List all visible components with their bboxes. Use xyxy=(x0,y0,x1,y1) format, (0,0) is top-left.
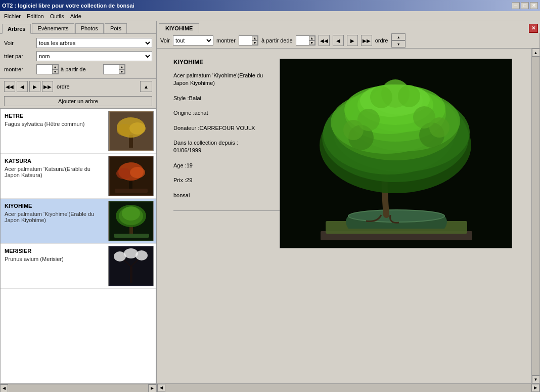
rt-nav-first[interactable]: ◀◀ xyxy=(319,35,330,46)
tree-item-kiyohime[interactable]: KIYOHIME Acer palmatum 'Kiyohime'(Erable… xyxy=(1,199,156,244)
right-scroll-track[interactable] xyxy=(532,57,540,375)
menu-aide[interactable]: Aide xyxy=(67,12,84,20)
detail-type: bonsai xyxy=(173,192,280,199)
left-tabs: Arbres Evènements Photos Pots xyxy=(0,21,156,34)
tab-arbres[interactable]: Arbres xyxy=(2,24,31,34)
left-panel: Arbres Evènements Photos Pots Voir tous … xyxy=(0,21,157,392)
close-button[interactable]: ✕ xyxy=(530,2,538,9)
tree-desc-merisier: Prunus avium (Merisier) xyxy=(5,256,106,262)
detail-info: KIYOHIME Acer palmatum 'Kiyohime'(Erable… xyxy=(173,59,280,215)
rt-nav-next[interactable]: ▶ xyxy=(347,35,358,46)
minimize-button[interactable]: ─ xyxy=(512,2,520,9)
right-scroll-left[interactable]: ◀ xyxy=(157,384,165,392)
montrer-label: montrer xyxy=(4,66,34,72)
montrer-input[interactable]: 25 xyxy=(37,65,52,74)
tab-evenements[interactable]: Evènements xyxy=(32,23,74,33)
title-bar-buttons: ─ □ ✕ xyxy=(512,2,538,9)
app-title: OT2 : logiciel libre pour votre collecti… xyxy=(2,3,134,9)
right-toolbar: Voir tout montrer 7 ▲ ▼ à partir dede 0 … xyxy=(157,33,540,49)
svg-point-51 xyxy=(398,85,420,107)
rt-voir-select[interactable]: tout xyxy=(173,35,213,46)
apartirde-spinner[interactable]: 0 ▲ ▼ xyxy=(103,64,125,74)
rt-ordre-btns: ▲ ▼ xyxy=(391,33,406,48)
right-scroll-right[interactable]: ▶ xyxy=(531,384,539,392)
trier-select[interactable]: nom xyxy=(36,51,152,61)
nav-last[interactable]: ▶▶ xyxy=(42,81,53,92)
nav-next[interactable]: ▶ xyxy=(29,81,40,92)
svg-point-50 xyxy=(370,86,392,108)
svg-point-15 xyxy=(122,206,140,221)
rt-apartirde-up[interactable]: ▲ xyxy=(309,36,315,40)
right-hscroll: ◀ ▶ xyxy=(157,384,540,392)
montrer-up[interactable]: ▲ xyxy=(52,65,58,69)
apartirde-down[interactable]: ▼ xyxy=(119,69,125,74)
trier-row: trier par nom xyxy=(4,51,152,61)
svg-point-48 xyxy=(413,106,435,128)
svg-rect-10 xyxy=(115,189,148,193)
svg-point-47 xyxy=(357,109,380,131)
rt-ordre-down[interactable]: ▼ xyxy=(391,40,406,48)
rt-apartirde-input[interactable]: 0 xyxy=(296,36,309,45)
rt-ordre-spinner[interactable]: ▲ ▼ xyxy=(391,35,405,46)
right-tab-bar: KIYOHIME ✕ xyxy=(157,21,540,33)
tree-item-katsura[interactable]: KATSURA Acer palmatum 'Katsura'(Erable d… xyxy=(1,154,156,199)
menu-outils[interactable]: Outils xyxy=(47,12,67,20)
rt-montrer-input[interactable]: 7 xyxy=(239,36,252,45)
tree-item-hetre[interactable]: HETRE Fagus sylvatica (Hêtre commun) xyxy=(1,109,156,154)
montrer-spinner[interactable]: 25 ▲ ▼ xyxy=(36,64,59,74)
detail-species: Acer palmatum 'Kiyohime'(Erable du Japon… xyxy=(173,72,280,88)
right-panel: KIYOHIME ✕ Voir tout montrer 7 ▲ ▼ à par… xyxy=(157,21,540,392)
nav-first[interactable]: ◀◀ xyxy=(4,81,15,92)
menu-fichier[interactable]: Fichier xyxy=(1,12,24,20)
rt-montrer-up[interactable]: ▲ xyxy=(252,36,258,40)
apartirde-input[interactable]: 0 xyxy=(104,65,119,74)
apartirde-spinner-btns: ▲ ▼ xyxy=(119,65,125,74)
detail-style: Style :Balai xyxy=(173,95,280,102)
voir-row: Voir tous les arbres xyxy=(4,38,152,48)
rt-montrer-down[interactable]: ▼ xyxy=(252,40,258,45)
menu-bar: Fichier Edition Outils Aide xyxy=(0,11,540,21)
rt-apartirde-spinner[interactable]: 0 ▲ ▼ xyxy=(296,35,316,46)
left-scroll-right[interactable]: ▶ xyxy=(148,384,156,393)
left-hscroll-track[interactable] xyxy=(8,384,148,393)
tab-pots[interactable]: Pots xyxy=(105,23,127,33)
rt-apartirde-spinner-btns: ▲ ▼ xyxy=(309,36,315,45)
right-hscroll-track[interactable] xyxy=(165,384,531,392)
title-bar: OT2 : logiciel libre pour votre collecti… xyxy=(0,0,540,11)
right-scroll-up[interactable]: ▲ xyxy=(532,49,540,57)
left-scroll-left[interactable]: ◀ xyxy=(0,384,8,393)
nav-prev[interactable]: ◀ xyxy=(17,81,28,92)
right-tab-kiyohime[interactable]: KIYOHIME xyxy=(159,23,199,33)
svg-rect-16 xyxy=(114,234,149,238)
apartirde-up[interactable]: ▲ xyxy=(119,65,125,69)
bonsai-image xyxy=(280,59,512,248)
detail-collection: Dans la collection depuis : 01/06/1999 xyxy=(173,139,280,155)
tree-name-hetre: HETRE xyxy=(5,113,106,119)
right-tab-close[interactable]: ✕ xyxy=(529,24,538,33)
voir-select[interactable]: tous les arbres xyxy=(36,38,152,48)
right-scroll-content: KIYOHIME Acer palmatum 'Kiyohime'(Erable… xyxy=(157,49,531,383)
rt-ordre-label: ordre xyxy=(375,37,388,43)
montrer-spinner-btns: ▲ ▼ xyxy=(52,65,58,74)
rt-montrer-spinner[interactable]: 7 ▲ ▼ xyxy=(239,35,258,46)
right-content: KIYOHIME Acer palmatum 'Kiyohime'(Erable… xyxy=(157,49,540,384)
rt-montrer-spinner-btns: ▲ ▼ xyxy=(252,36,258,45)
svg-point-4 xyxy=(129,122,146,135)
maximize-button[interactable]: □ xyxy=(521,2,529,9)
add-tree-button[interactable]: Ajouter un arbre xyxy=(4,96,152,106)
right-scroll-down[interactable]: ▼ xyxy=(532,375,540,383)
tab-photos[interactable]: Photos xyxy=(75,23,104,33)
svg-point-9 xyxy=(130,167,145,178)
svg-point-8 xyxy=(116,168,131,179)
apartirde-label: à partir de xyxy=(61,66,101,72)
rt-nav-last[interactable]: ▶▶ xyxy=(361,35,372,46)
detail-combined: KIYOHIME Acer palmatum 'Kiyohime'(Erable… xyxy=(165,54,523,378)
rt-apartirde-down[interactable]: ▼ xyxy=(309,40,315,45)
tree-list[interactable]: HETRE Fagus sylvatica (Hêtre commun) xyxy=(0,108,156,384)
order-asc-button[interactable]: ▲ xyxy=(140,81,152,92)
menu-edition[interactable]: Edition xyxy=(24,12,47,20)
rt-ordre-up[interactable]: ▲ xyxy=(391,33,406,40)
montrer-down[interactable]: ▼ xyxy=(52,69,58,74)
rt-nav-prev[interactable]: ◀ xyxy=(333,35,344,46)
tree-item-merisier[interactable]: MERISIER Prunus avium (Merisier) xyxy=(1,244,156,289)
